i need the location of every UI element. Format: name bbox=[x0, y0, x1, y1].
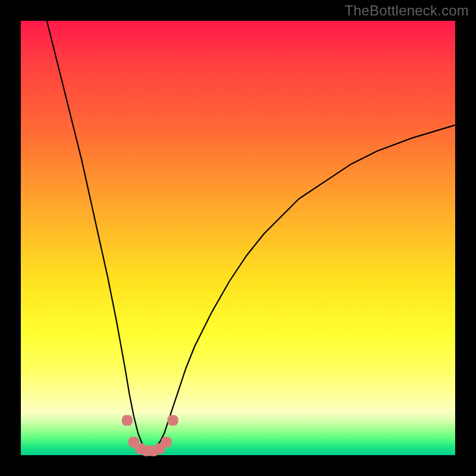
chart-frame: TheBottleneck.com bbox=[0, 0, 476, 476]
valley-marker bbox=[161, 437, 172, 447]
valley-marker bbox=[122, 415, 133, 426]
valley-markers bbox=[122, 415, 178, 456]
bottleneck-curve bbox=[47, 21, 455, 449]
chart-overlay bbox=[21, 21, 455, 455]
watermark-text: TheBottleneck.com bbox=[345, 2, 469, 19]
valley-marker bbox=[168, 415, 178, 426]
